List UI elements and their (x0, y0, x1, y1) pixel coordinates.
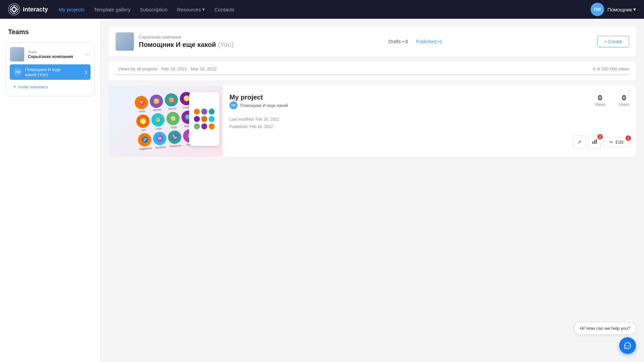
workspace-thumbnail (115, 32, 134, 51)
chat-minimize-button[interactable]: − (626, 318, 633, 326)
svg-rect-7 (594, 140, 595, 144)
member-info: ПИ Помощник И ещекакой (You) (13, 67, 60, 77)
chat-bubble: − Hi! How can we help you? (574, 322, 636, 335)
svg-rect-6 (592, 141, 593, 144)
zodiac-taurus: ♉ Taurus (164, 93, 179, 111)
team-avatar (10, 47, 24, 62)
chevron-down-icon: ▾ (202, 6, 205, 12)
brand: interacty (8, 3, 48, 15)
team-label: Team (28, 50, 73, 54)
edit-badge: 1 (626, 135, 631, 141)
svg-point-10 (627, 345, 628, 346)
sidebar: Teams Team Серьёзная компания ⋯ ПИ Пом (0, 19, 101, 362)
last-modified: Last modified: Feb 16, 2022 (229, 116, 629, 123)
project-title-area: My project ПИ Помощник И еще какой (229, 94, 288, 116)
workspace-username: Помощник И еще какой (You) (139, 41, 234, 49)
nav-contacts[interactable]: Contacts (214, 7, 234, 12)
open-button[interactable]: ↗ (573, 136, 586, 148)
project-dates: Last modified: Feb 16, 2022 Published: F… (229, 116, 629, 130)
sidebar-title: Teams (5, 28, 95, 36)
views-stat: 0 Views (595, 94, 605, 107)
team-more-icon[interactable]: ⋯ (85, 51, 91, 57)
nav-links: My projects Template gallery Subscriptio… (59, 6, 580, 12)
workspace-left: Серьёзная компания Помощник И еще какой … (115, 32, 234, 51)
workspace-stats: Drafts • 0 Published •1 (388, 39, 442, 44)
team-info: Team Серьёзная компания (10, 47, 73, 62)
member-avatar: ПИ (13, 67, 22, 77)
zodiac-leo: ♌ Leo (136, 114, 151, 132)
chat-open-button[interactable] (619, 337, 636, 354)
project-title: My project (229, 94, 288, 101)
invite-link[interactable]: + Invite members (10, 82, 91, 92)
external-link-icon: ↗ (577, 139, 581, 145)
phone-circles (194, 109, 215, 129)
workspace-header: Серьёзная компания Помощник И еще какой … (109, 27, 636, 56)
progress-bar-bg (115, 74, 629, 75)
brand-name: interacty (23, 6, 48, 13)
team-details: Team Серьёзная компания (28, 50, 73, 59)
team-card: Team Серьёзная компания ⋯ ПИ Помощник И … (5, 43, 95, 96)
views-bar: Views by all projects Feb 16, 2022 - Mar… (109, 62, 636, 80)
chevron-down-icon: ▾ (633, 6, 636, 12)
main-content: Серьёзная компания Помощник И еще какой … (101, 19, 644, 362)
project-card: ⋮ ♈ Aries ♊ Gemini ♉ Taurus (109, 85, 636, 157)
nav-template-gallery[interactable]: Template gallery (94, 7, 130, 12)
bar-chart-icon (592, 139, 597, 145)
brand-logo (8, 3, 20, 15)
team-header: Team Серьёзная компания ⋯ (10, 47, 91, 62)
chat-widget: − Hi! How can we help you? (574, 322, 636, 354)
published-date: Published: Feb 16, 2022 (229, 123, 629, 131)
zodiac-libra: ♎ Libra (151, 113, 166, 131)
zodiac-virgo: ♍ Virgo (166, 111, 180, 129)
project-more-icon[interactable]: ⋮ (626, 89, 632, 97)
svg-rect-8 (596, 139, 597, 144)
project-author: ПИ Помощник И еще какой (229, 101, 288, 109)
svg-point-11 (628, 345, 629, 346)
nav-resources[interactable]: Resources ▾ (177, 6, 205, 12)
views-count: 0 of 150 000 views (593, 66, 629, 71)
views-label: Views by all projects Feb 16, 2022 - Mar… (115, 66, 217, 71)
user-menu[interactable]: Помощник ▾ (607, 6, 636, 12)
user-avatar: ПИ (591, 3, 604, 16)
create-button[interactable]: + Create (597, 36, 629, 47)
member-item[interactable]: ПИ Помощник И ещекакой (You) 1 (10, 64, 91, 80)
published-stat[interactable]: Published •1 (416, 39, 442, 44)
zodiac-aquarius: ♒ Aquarius (153, 131, 167, 149)
project-info: My project ПИ Помощник И еще какой 0 Vie… (223, 85, 636, 157)
zodiac-capricorn: ♑ Capricorn (167, 130, 182, 148)
zodiac-gemini: ♊ Gemini (149, 94, 164, 112)
project-thumbnail: ♈ Aries ♊ Gemini ♉ Taurus ♋ Cancer (109, 85, 223, 157)
project-actions: ↗ 2 ✏ Edit (229, 136, 629, 148)
navbar: interacty My projects Template gallery S… (0, 0, 644, 19)
author-avatar: ПИ (229, 101, 237, 109)
stats-badge: 2 (597, 134, 603, 139)
zodiac-aries: ♈ Aries (134, 96, 149, 114)
svg-point-1 (12, 8, 16, 11)
edit-icon: ✏ (609, 139, 613, 145)
author-name: Помощник И еще какой (240, 103, 288, 108)
nav-my-projects[interactable]: My projects (59, 7, 85, 12)
navbar-right: ПИ Помощник ▾ (591, 3, 636, 16)
layout: Teams Team Серьёзная компания ⋯ ПИ Пом (0, 19, 644, 362)
stats-button[interactable]: 2 (588, 136, 601, 148)
team-name: Серьёзная компания (28, 54, 73, 59)
nav-subscription[interactable]: Subscription (140, 7, 168, 12)
member-name: Помощник И ещекакой (You) (25, 67, 60, 77)
workspace-company: Серьёзная компания (139, 35, 234, 40)
edit-button[interactable]: ✏ Edit 1 (604, 137, 629, 147)
member-count: 1 (85, 70, 87, 75)
plus-icon: + (13, 84, 16, 90)
workspace-meta: Серьёзная компания Помощник И еще какой … (139, 35, 234, 49)
phone-overlay (189, 92, 219, 146)
drafts-stat: Drafts • 0 (388, 39, 408, 44)
views-bar-top: Views by all projects Feb 16, 2022 - Mar… (115, 66, 629, 71)
zodiac-sagittarius: ♐ Sagittarius (138, 133, 152, 151)
project-stats: 0 Views 0 Users (595, 94, 629, 107)
svg-point-9 (626, 345, 627, 346)
